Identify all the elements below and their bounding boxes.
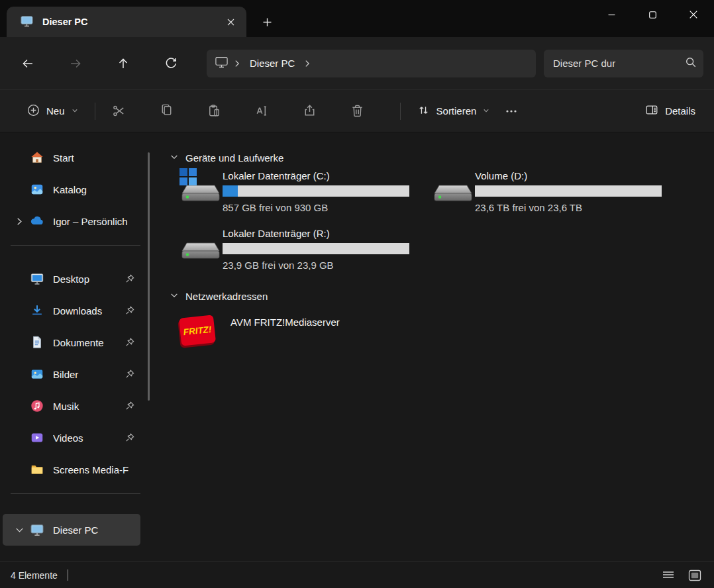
file-list: Geräte und Laufwerke Lokaler Datenträger… [159, 132, 714, 562]
paste-button[interactable] [200, 98, 229, 124]
details-label: Details [665, 105, 695, 117]
section-title: Geräte und Laufwerke [185, 152, 283, 164]
maximize-button[interactable] [632, 0, 673, 29]
sort-label: Sortieren [436, 105, 477, 117]
window-body: Start Katalog Igor – Persönlich [0, 132, 714, 562]
address-bar[interactable]: Dieser PC [207, 50, 536, 77]
sidebar-item-onedrive[interactable]: Igor – Persönlich [3, 208, 140, 234]
new-tab-button[interactable] [256, 12, 278, 32]
drive-usage-bar [223, 243, 409, 254]
large-thumbnails-toggle[interactable] [685, 567, 705, 584]
explorer-tab[interactable]: Dieser PC [7, 7, 246, 37]
this-pc-icon [29, 522, 45, 538]
chevron-down-icon[interactable] [170, 152, 179, 164]
sidebar-item-katalog[interactable]: Katalog [3, 176, 140, 203]
drive-r[interactable]: Lokaler Datenträger (R:) 23,9 GB frei vo… [180, 228, 433, 271]
search-icon[interactable] [685, 56, 697, 71]
sidebar-item-this-pc[interactable]: Dieser PC [3, 514, 140, 546]
details-view-toggle[interactable] [658, 567, 678, 584]
share-button[interactable] [295, 98, 325, 124]
up-button[interactable] [110, 50, 136, 77]
search-box[interactable] [544, 50, 703, 77]
hard-drive-icon [433, 176, 474, 205]
delete-button[interactable] [343, 98, 372, 124]
chevron-down-icon [71, 105, 79, 117]
navigation-pane: Start Katalog Igor – Persönlich [0, 132, 159, 562]
sidebar-scrollbar[interactable] [148, 152, 150, 401]
drives-grid: Lokaler Datenträger (C:) 857 GB frei von… [180, 170, 701, 271]
drive-d[interactable]: Volume (D:) 23,6 TB frei von 23,6 TB [433, 170, 685, 213]
section-title: Netzwerkadressen [185, 291, 268, 302]
chevron-right-icon[interactable] [303, 59, 312, 68]
chevron-right-icon[interactable] [232, 59, 242, 68]
section-network-header[interactable]: Netzwerkadressen [170, 291, 701, 302]
sort-button[interactable]: Sortieren [410, 98, 497, 124]
sidebar-item-start[interactable]: Start [3, 144, 140, 171]
refresh-button[interactable] [158, 50, 184, 77]
sidebar-separator [11, 493, 140, 494]
sidebar-item-videos[interactable]: Videos [3, 424, 140, 451]
window-controls [591, 0, 714, 29]
sidebar-item-downloads[interactable]: Downloads [3, 297, 140, 324]
forward-button[interactable] [62, 50, 89, 77]
new-button[interactable]: Neu [20, 98, 85, 124]
minimize-button[interactable] [591, 0, 632, 29]
details-pane-icon [644, 103, 659, 119]
new-icon [26, 103, 40, 119]
breadcrumb-item-this-pc[interactable]: Dieser PC [250, 58, 295, 69]
gallery-icon [29, 181, 45, 197]
sidebar-item-screens-folder[interactable]: Screens Media-F [3, 456, 140, 483]
chevron-down-icon[interactable] [9, 525, 29, 535]
pictures-icon [29, 366, 45, 382]
sidebar-item-desktop[interactable]: Desktop [3, 266, 140, 292]
navigation-bar: Dieser PC [0, 37, 714, 90]
chevron-down-icon[interactable] [170, 291, 179, 302]
network-item-fritz[interactable]: FRITZ! AVM FRITZ!Mediaserver [180, 311, 701, 350]
details-button[interactable]: Details [638, 97, 702, 124]
rename-button[interactable] [248, 98, 277, 124]
tab-close-icon[interactable] [221, 13, 240, 31]
back-button[interactable] [15, 50, 41, 77]
new-label: Neu [46, 105, 65, 117]
folder-icon [29, 462, 45, 477]
chevron-right-icon[interactable] [9, 217, 29, 226]
status-bar: 4 Elemente [0, 562, 714, 588]
pin-icon [125, 305, 135, 318]
fritz-logo: FRITZ! [179, 315, 216, 346]
search-input[interactable] [553, 58, 685, 69]
videos-icon [29, 430, 45, 446]
cut-button[interactable] [105, 98, 134, 124]
drive-name: Volume (D:) [475, 170, 662, 181]
sort-icon [417, 103, 431, 119]
section-devices-header[interactable]: Geräte und Laufwerke [170, 152, 701, 164]
copy-button[interactable] [152, 98, 181, 124]
sidebar-item-bilder[interactable]: Bilder [3, 361, 140, 387]
this-pc-icon [20, 14, 34, 30]
tab-title: Dieser PC [42, 17, 221, 27]
pin-icon [125, 273, 135, 286]
home-icon [29, 150, 45, 166]
network-item-label: AVM FRITZ!Mediaserver [230, 311, 340, 328]
toolbar-divider [95, 103, 95, 120]
drive-free-space: 23,9 GB frei von 23,9 GB [223, 260, 409, 271]
hard-drive-icon [180, 234, 221, 263]
sidebar-item-musik[interactable]: Musik [3, 393, 140, 419]
toolbar-divider [400, 103, 401, 120]
pin-icon [125, 369, 135, 381]
music-icon [29, 398, 45, 414]
drive-free-space: 23,6 TB frei von 23,6 TB [475, 202, 662, 213]
pin-icon [125, 432, 135, 445]
desktop-icon [29, 271, 45, 287]
close-button[interactable] [673, 0, 714, 29]
windows-logo-icon [179, 168, 197, 186]
pin-icon [125, 401, 135, 413]
item-count: 4 Elemente [11, 570, 58, 581]
onedrive-cloud-icon [29, 213, 45, 229]
more-button[interactable] [497, 98, 526, 124]
sidebar-separator [11, 245, 140, 246]
sidebar-item-dokumente[interactable]: Dokumente [3, 329, 140, 356]
status-divider [68, 569, 68, 581]
downloads-icon [29, 303, 45, 318]
location-this-pc-icon [215, 55, 229, 72]
drive-c[interactable]: Lokaler Datenträger (C:) 857 GB frei von… [180, 170, 433, 213]
